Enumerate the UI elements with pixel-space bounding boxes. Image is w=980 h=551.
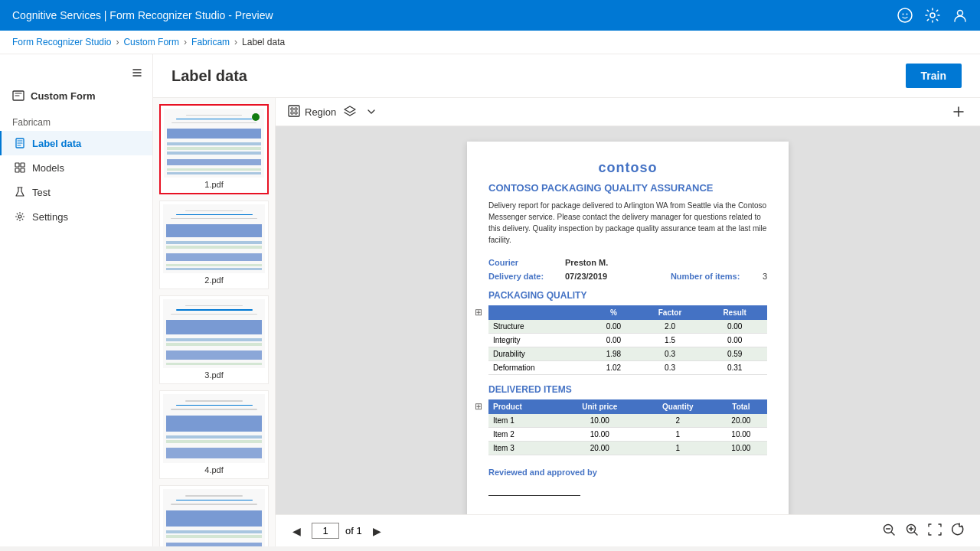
di-row-product: Item 2 [488,428,559,442]
company-name: contoso [488,160,767,176]
di-row-total: 20.00 [715,414,767,428]
chevron-down-button[interactable] [364,104,379,119]
content-area: 1.pdf [153,98,980,546]
sidebar-item-models[interactable]: Models [0,155,152,180]
table-icon-1: ⊞ [475,307,482,318]
pq-table-row: Structure 0.00 2.0 0.00 [488,320,767,334]
num-items-label: Number of items: [671,272,763,281]
di-col-unit-price: Unit price [559,399,641,414]
doc-preview-3 [163,299,265,368]
pq-row-factor: 1.5 [638,334,703,347]
document-viewer: contoso CONTOSO PACKAGING QUALITY ASSURA… [276,126,980,514]
page-header: Label data Train [153,54,980,98]
document-thumb-2[interactable]: 2.pdf [159,201,269,289]
courier-label: Courier [488,258,565,267]
main-content: Label data Train [153,54,980,546]
toolbar-right [949,103,968,121]
breadcrumb-fabricam[interactable]: Fabricam [191,37,230,47]
signature-line [488,495,580,496]
viewer-footer: ◀ of 1 ▶ [276,514,980,546]
next-page-button[interactable]: ▶ [368,523,386,539]
doc-preview-5 [163,489,265,546]
add-region-button[interactable] [949,103,968,121]
courier-value: Preston M. [565,258,767,267]
pq-row-factor: 0.3 [638,361,703,375]
sidebar-collapse-button[interactable] [0,60,152,85]
di-table-row: Item 1 10.00 2 20.00 [488,414,767,428]
pq-col-name [488,305,590,320]
di-row-unit-price: 10.00 [559,414,641,428]
smiley-icon[interactable] [897,8,913,23]
rotate-button[interactable] [948,520,968,542]
packaging-quality-table: % Factor Result Structure 0.00 2.0 0.00 … [488,305,767,375]
sidebar-section-title: Fabricam [0,111,152,131]
svg-rect-9 [21,168,24,172]
reviewed-by-section: Reviewed and approved by [488,468,767,496]
pq-row-name: Structure [488,320,590,334]
region-icon [288,105,300,119]
di-row-product: Item 3 [488,442,559,455]
sidebar-item-settings-text: Settings [32,211,68,223]
pq-row-result: 0.00 [702,320,767,334]
doc-label-3: 3.pdf [163,368,265,380]
document-thumb-3[interactable]: 3.pdf [159,295,269,384]
svg-point-1 [903,14,904,15]
di-table-row: Item 3 20.00 1 10.00 [488,442,767,455]
prev-page-button[interactable]: ◀ [288,523,305,539]
pq-row-pct: 0.00 [590,334,638,347]
doc-label-2: 2.pdf [163,273,265,285]
document-thumb-1[interactable]: 1.pdf [159,104,269,194]
layers-button[interactable] [341,103,359,121]
app-title: Cognitive Services | Form Recognizer Stu… [12,9,273,21]
di-table-row: Item 2 10.00 1 10.00 [488,428,767,442]
di-row-product: Item 1 [488,414,559,428]
courier-row: Courier Preston M. [488,258,767,267]
svg-rect-7 [21,163,24,167]
pq-table-row: Deformation 1.02 0.3 0.31 [488,361,767,375]
reviewed-by-label: Reviewed and approved by [488,468,767,477]
app-layout: Custom Form Fabricam Label data Models T… [0,54,980,546]
zoom-out-button[interactable] [879,520,899,542]
fit-page-button[interactable] [925,520,945,542]
breadcrumb-label-data: Label data [242,37,285,47]
document-thumb-5[interactable]: 5.pdf [159,485,269,546]
breadcrumb-custom-form[interactable]: Custom Form [123,37,179,47]
svg-rect-6 [15,163,19,167]
doc-status-dot-1 [252,113,260,121]
pq-row-name: Durability [488,347,590,361]
svg-point-10 [18,215,21,218]
svg-rect-8 [15,168,19,172]
sidebar-item-test[interactable]: Test [0,180,152,204]
breadcrumb: Form Recognizer Studio › Custom Form › F… [0,31,980,54]
sidebar-item-test-text: Test [32,187,51,198]
train-button[interactable]: Train [906,64,962,88]
document-thumb-4[interactable]: 4.pdf [159,390,269,479]
pq-row-name: Deformation [488,361,590,375]
pq-col-result: Result [702,305,767,320]
sidebar-app-title-text: Custom Form [31,90,96,102]
zoom-in-button[interactable] [902,520,922,542]
doc-label-4: 4.pdf [163,463,265,475]
sidebar-item-settings[interactable]: Settings [0,204,152,229]
svg-point-0 [898,8,912,22]
sidebar-item-models-text: Models [32,162,64,174]
page-number-input[interactable] [312,523,339,539]
grid-icon [14,161,26,174]
page-nav: ◀ of 1 ▶ [288,523,386,539]
breadcrumb-form-recognizer[interactable]: Form Recognizer Studio [12,37,111,47]
toolbar-left: Region [288,103,379,121]
pq-row-pct: 1.02 [590,361,638,375]
viewer-toolbar: Region [276,98,980,126]
delivery-date-value: 07/23/2019 [565,272,655,281]
delivered-items-table-wrapper: ⊞ Product Unit price Quantity Total [488,399,767,455]
svg-rect-11 [289,106,299,116]
user-icon[interactable] [952,8,968,23]
region-label: Region [305,106,336,118]
delivered-items-title: DELIVERED ITEMS [488,384,767,395]
viewer-panel: Region [276,98,980,546]
document-page: contoso CONTOSO PACKAGING QUALITY ASSURA… [467,142,789,514]
sidebar: Custom Form Fabricam Label data Models T… [0,54,153,546]
sidebar-item-label-data[interactable]: Label data [0,131,152,155]
pq-col-factor: Factor [638,305,703,320]
settings-icon[interactable] [925,8,940,23]
